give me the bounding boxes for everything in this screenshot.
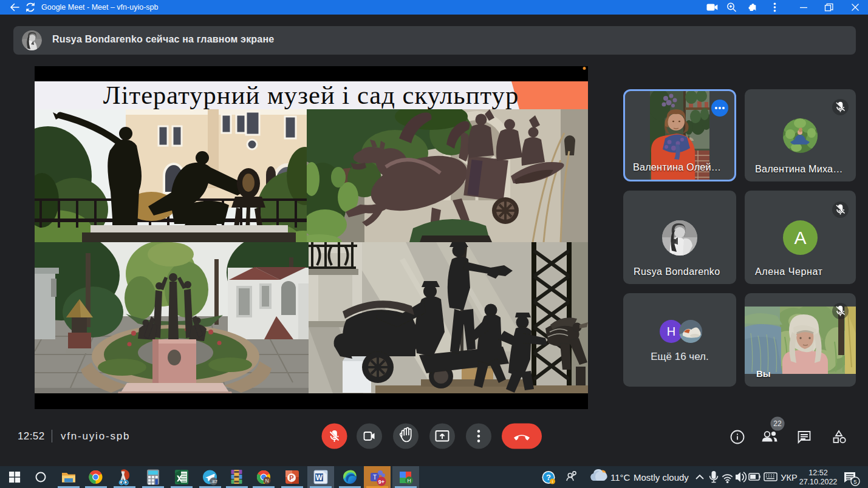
svg-text:22: 22 [773, 419, 782, 428]
svg-text:Mostly cloudy: Mostly cloudy [634, 472, 689, 483]
svg-text:9+: 9+ [378, 479, 384, 485]
svg-text:H: H [407, 478, 411, 484]
svg-text:Літературний музей і сад скуль: Літературний музей і сад скульптур [103, 81, 519, 109]
svg-text:..87: ..87 [210, 479, 217, 484]
svg-text:5: 5 [853, 478, 856, 485]
svg-text:12:52: 12:52 [808, 469, 827, 477]
svg-text:11°C: 11°C [610, 472, 630, 483]
svg-text:N: N [265, 478, 268, 484]
svg-text:УКР: УКР [781, 473, 797, 483]
svg-text:27.10.2022: 27.10.2022 [799, 478, 838, 486]
svg-text:W: W [316, 473, 323, 482]
svg-text:T: T [373, 474, 377, 481]
svg-text:P: P [289, 474, 293, 481]
